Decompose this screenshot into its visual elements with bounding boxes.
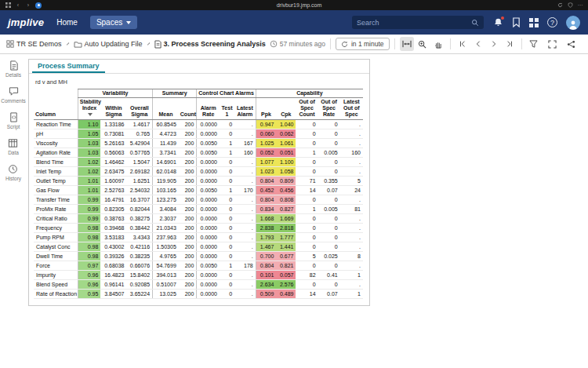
- filter-button[interactable]: [527, 37, 541, 51]
- cell-name: Pump RPM: [34, 233, 78, 242]
- apps-button[interactable]: [529, 18, 539, 27]
- cell-os: 0.765: [127, 129, 153, 139]
- last-page-button[interactable]: [503, 37, 517, 51]
- screen: ‹ › drivbur19.jmp.com ⋯ jmplive Home Spa…: [0, 0, 588, 368]
- sidebar-item-history[interactable]: History: [5, 164, 21, 181]
- table-row[interactable]: Gas Flow1.012.527632.54032103.1652000.00…: [34, 186, 363, 195]
- column-header-la[interactable]: Latest Alarm: [234, 98, 256, 120]
- share-button[interactable]: [564, 37, 579, 51]
- cell-name: Reaction Time: [34, 120, 78, 129]
- cell-ppk: 1.025: [256, 139, 276, 148]
- tab-process-summary[interactable]: Process Summary: [32, 60, 105, 73]
- table-row[interactable]: Force0.970.680380.6607654.76992000.00501…: [34, 261, 363, 271]
- report-panel: Process Summary rd v and MH VariabilityS…: [28, 59, 370, 306]
- cell-os: 0.92085: [127, 280, 153, 290]
- cell-ppk: 1.467: [256, 242, 276, 252]
- cell-la: .: [234, 177, 256, 186]
- fullscreen-button[interactable]: [546, 37, 560, 51]
- fit-width-button[interactable]: [400, 37, 414, 51]
- column-header-name[interactable]: Column: [34, 98, 78, 120]
- sidebar-item-script[interactable]: Script: [7, 112, 20, 129]
- breadcrumb-current[interactable]: 3. Process Screening Analysis: [154, 40, 266, 49]
- sidebar-item-details[interactable]: Details: [5, 60, 21, 78]
- cell-oosl: 1: [340, 271, 363, 280]
- cell-t1: 0: [220, 167, 234, 177]
- cell-ws: 0.68038: [100, 261, 126, 271]
- column-header-mean[interactable]: Mean: [153, 98, 179, 120]
- notifications-button[interactable]: [493, 17, 503, 27]
- cell-ar: 0.0000: [197, 214, 220, 224]
- sidebar-item-comments[interactable]: Comments: [1, 86, 25, 104]
- back-icon[interactable]: ‹: [15, 2, 21, 9]
- forward-icon[interactable]: ›: [25, 2, 31, 9]
- table-row[interactable]: Agitation Rate1.030.560630.577653.734120…: [34, 148, 363, 158]
- nav-home[interactable]: Home: [53, 16, 81, 29]
- column-header-ppk[interactable]: Ppk: [256, 98, 276, 120]
- apps-grid-icon[interactable]: [5, 2, 11, 9]
- first-page-button[interactable]: [456, 37, 470, 51]
- browser-menu-icon[interactable]: ⋯: [577, 2, 583, 9]
- column-header-n[interactable]: Count: [179, 98, 197, 120]
- cell-la: .: [234, 158, 256, 167]
- column-header-oosc[interactable]: Out of Spec Count: [296, 98, 318, 120]
- table-row[interactable]: pH1.050.730810.7654.47232000.00000.0.060…: [34, 129, 363, 139]
- cell-os: 1.4617: [127, 120, 153, 129]
- table-row[interactable]: Blend Time1.021.464621.504714.69012000.0…: [34, 158, 363, 167]
- cell-oosl: 24: [340, 186, 363, 195]
- zoom-button[interactable]: [416, 37, 430, 51]
- cell-t1: 0: [220, 158, 234, 167]
- column-header-oosl[interactable]: Latest Out of Spec: [340, 98, 363, 120]
- sidebar-item-data[interactable]: Data: [8, 138, 19, 155]
- table-row[interactable]: Blend Speed0.960.961410.920850.510072000…: [34, 280, 363, 290]
- cell-oosr: 0: [318, 280, 340, 290]
- next-page-button[interactable]: [487, 37, 501, 51]
- table-row[interactable]: Viscosity1.035.261635.4290411.4392000.00…: [34, 139, 363, 148]
- last-updated-label: 57 minutes ago: [280, 40, 325, 48]
- help-button[interactable]: ?: [547, 17, 557, 27]
- url-bar[interactable]: drivbur19.jmp.com: [45, 2, 553, 8]
- cell-ppk: 0.804: [256, 261, 276, 271]
- column-header-cpk[interactable]: Cpk: [276, 98, 296, 120]
- column-header-oosr[interactable]: Out of Spec Rate: [318, 98, 340, 120]
- column-header-si[interactable]: Stability Index: [78, 98, 100, 120]
- cell-la: .: [234, 214, 256, 224]
- table-row[interactable]: Frequency0.980.394680.3844221.03432000.0…: [34, 224, 363, 233]
- cell-la: .: [234, 224, 256, 233]
- table-row[interactable]: Impurity0.9616.482315.8402394.0132000.00…: [34, 271, 363, 280]
- table-row[interactable]: ProMix Rate0.990.823050.820443.40842000.…: [34, 205, 363, 214]
- table-row[interactable]: Dwell Time0.980.393260.382354.97652000.0…: [34, 252, 363, 261]
- hand-tool-button[interactable]: [431, 37, 445, 51]
- table-row[interactable]: Inlet Temp1.022.634752.6918262.01482000.…: [34, 167, 363, 177]
- reload-icon[interactable]: [557, 2, 563, 9]
- breadcrumb-folder[interactable]: Auto Updating File: [74, 40, 143, 48]
- column-header-os[interactable]: Overall Sigma: [127, 98, 153, 120]
- table-row[interactable]: Reaction Time1.101.331861.461760.8545200…: [34, 120, 363, 129]
- nav-spaces[interactable]: Spaces: [90, 16, 137, 29]
- avatar[interactable]: [566, 16, 580, 30]
- cell-oosc: 0: [296, 224, 318, 233]
- table-row[interactable]: Transfer Time0.9916.479116.3707123.27520…: [34, 195, 363, 205]
- search-input[interactable]: Search: [352, 16, 484, 29]
- cell-os: 0.57765: [127, 148, 153, 158]
- cell-n: 200: [179, 205, 197, 214]
- history-icon: [8, 164, 18, 174]
- column-header-t1[interactable]: Test 1: [220, 98, 234, 120]
- cell-la: 160: [234, 148, 256, 158]
- prev-page-button[interactable]: [471, 37, 485, 51]
- jmp-live-logo[interactable]: jmplive: [8, 16, 44, 28]
- column-header-ws[interactable]: Within Sigma: [100, 98, 126, 120]
- refresh-timer-button[interactable]: in 1 minute: [336, 38, 390, 50]
- more-button[interactable]: [583, 37, 588, 51]
- column-header-ar[interactable]: Alarm Rate: [197, 98, 220, 120]
- cell-oosc: 0: [296, 120, 318, 129]
- bookmark-button[interactable]: [512, 17, 521, 27]
- cell-ws: 3.84507: [100, 290, 126, 299]
- cell-cpk: 0.821: [276, 261, 296, 271]
- table-row[interactable]: Catalyst Conc0.980.430020.421161.5030520…: [34, 242, 363, 252]
- table-row[interactable]: Critical Ratio0.990.387630.382752.303720…: [34, 214, 363, 224]
- table-row[interactable]: Outlet Temp1.011.600971.6251119.9052000.…: [34, 177, 363, 186]
- table-row[interactable]: Pump RPM0.983.531833.4343237.9632000.000…: [34, 233, 363, 242]
- cell-la: 167: [234, 139, 256, 148]
- table-row[interactable]: Rate of Reaction0.953.845073.6522413.025…: [34, 290, 363, 299]
- breadcrumb-space[interactable]: TR SE Demos: [6, 40, 62, 48]
